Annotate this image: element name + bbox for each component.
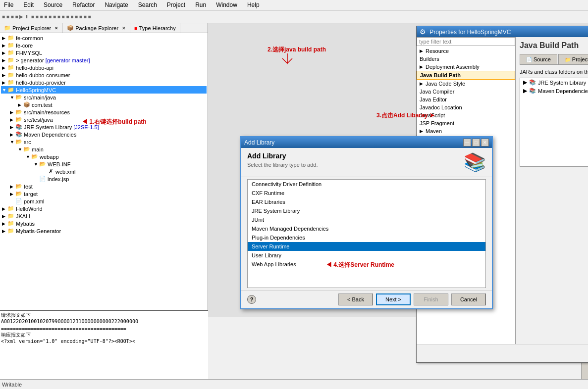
- tab-source[interactable]: 📄 Source: [520, 54, 557, 64]
- library-user-library[interactable]: User Library: [248, 251, 485, 260]
- console-response-label: 响应报文如下: [1, 332, 207, 339]
- package-explorer-icon: 📦: [67, 25, 74, 31]
- package-explorer-label: Package Explorer: [75, 25, 118, 31]
- tree-item-mybatis[interactable]: ▶ 📁 Mybatis: [1, 220, 207, 227]
- props-item-java-build-path[interactable]: Java Build Path: [417, 71, 515, 80]
- menu-project[interactable]: Project: [165, 1, 187, 9]
- tree-item-com-test[interactable]: ▶ 📦 com.test: [1, 101, 207, 108]
- menu-source[interactable]: Source: [42, 1, 64, 9]
- menu-file[interactable]: File: [2, 1, 15, 9]
- library-plugin-deps[interactable]: Plug-in Dependencies: [248, 233, 485, 242]
- tree-item-src-main-java[interactable]: ▼ 📂 src/main/java: [1, 94, 207, 101]
- tree-item-hello-dubbo-provider[interactable]: ▶ 📁 hello-dubbo-provider: [1, 79, 207, 86]
- dialog-minimize[interactable]: —: [463, 139, 471, 146]
- properties-titlebar: ⚙ Properties for HelloSpringMVC ◀ ▶ ▼: [417, 26, 588, 37]
- dialog-list[interactable]: Connectivity Driver Definition CXF Runti…: [247, 179, 486, 288]
- props-item-java-editor[interactable]: Java Editor: [417, 96, 515, 103]
- props-item-jsp[interactable]: JSP Fragment: [417, 119, 515, 127]
- library-connectivity-driver[interactable]: Connectivity Driver Definition: [248, 180, 485, 189]
- menu-search[interactable]: Search: [136, 1, 159, 9]
- panel-tabs: 📁 Project Explorer ✕ 📦 Package Explorer …: [0, 23, 208, 33]
- dialog-header-title: Add Library: [247, 152, 318, 160]
- left-panel: 📁 Project Explorer ✕ 📦 Package Explorer …: [0, 23, 208, 317]
- libraries-tree[interactable]: ▶ 📚 JRE System Library [J2SE-1.5] ▶ 📚 Ma…: [520, 78, 588, 167]
- dialog-back-button[interactable]: < Back: [338, 293, 373, 305]
- props-item-builders[interactable]: Builders: [417, 55, 515, 63]
- menu-help[interactable]: Help: [245, 1, 262, 9]
- status-text: Writable: [2, 382, 22, 388]
- dialog-close[interactable]: ✕: [481, 139, 489, 146]
- dialog-cancel-button[interactable]: Cancel: [451, 293, 486, 305]
- tab-projects[interactable]: 📁 Projects: [558, 54, 588, 64]
- menu-navigate[interactable]: Navigate: [103, 1, 130, 9]
- properties-main-title: Java Build Path: [520, 41, 588, 50]
- tree-item-maven-deps[interactable]: ▶ 📚 Maven Dependencies: [1, 131, 207, 138]
- tree-item-mybatis-generator[interactable]: ▶ 📁 Mybatis-Generator: [1, 227, 207, 235]
- lib-item-jre[interactable]: ▶ 📚 JRE System Library [J2SE-1.5]: [520, 78, 588, 87]
- menu-run[interactable]: Run: [193, 1, 208, 9]
- add-library-dialog: Add Library — □ ✕ Add Library Select the…: [240, 136, 493, 309]
- properties-title: ⚙ Properties for HelloSpringMVC: [420, 28, 511, 36]
- tree-item-jre-library[interactable]: ▶ 📚 JRE System Library [J2SE-1.5]: [1, 123, 207, 131]
- library-maven-managed[interactable]: Maven Managed Dependencies: [248, 224, 485, 233]
- tree-item-src-main-resources[interactable]: ▶ 📂 src/main/resources: [1, 108, 207, 116]
- tree-item-src[interactable]: ▼ 📂 src: [1, 138, 207, 146]
- properties-filter[interactable]: [417, 37, 515, 46]
- dialog-finish-button[interactable]: Finish: [414, 293, 448, 305]
- console-response-line: <?xml version="1.0" encoding="UTF-8"?><R…: [1, 339, 207, 344]
- dialog-titlebar: Add Library — □ ✕: [241, 137, 492, 148]
- props-item-maven[interactable]: ▶Maven: [417, 127, 515, 135]
- tree-item-hellospringmvc[interactable]: ▼ 📁 HelloSpringMVC: [1, 86, 207, 94]
- console-request-line: A001220201001020799000012310000000000222…: [1, 319, 207, 324]
- console-request-label: 请求报文如下: [1, 312, 207, 319]
- props-item-java-compiler[interactable]: Java Compiler: [417, 88, 515, 96]
- tab-package-explorer[interactable]: 📦 Package Explorer ✕: [63, 23, 130, 33]
- dialog-next-button[interactable]: Next >: [376, 293, 411, 305]
- menu-window[interactable]: Window: [214, 1, 239, 9]
- tree-item-fe-common[interactable]: ▶ 📁 fe-common: [1, 34, 207, 42]
- tree-item-hello-dubbo-api[interactable]: ▶ 📁 hello-dubbo-api: [1, 64, 207, 71]
- tree-item-main[interactable]: ▼ 📂 main: [1, 146, 207, 153]
- tree-item-indexjsp[interactable]: 📄 index.jsp: [1, 175, 207, 183]
- props-item-resource[interactable]: ▶Resource: [417, 47, 515, 55]
- tree-item-webxml[interactable]: ✗ web.xml: [1, 168, 207, 175]
- project-explorer-close[interactable]: ✕: [54, 26, 58, 31]
- toolbar: ■ ■ ■ ■ ▶ ⏸ ■ ■ ■ ■ ■ ■ ■ ■ ■ ■ ■ ■ ■ ■: [0, 10, 588, 23]
- library-cxf-runtime[interactable]: CXF Runtime: [248, 189, 485, 197]
- project-tree[interactable]: ▶ 📁 fe-common ▶ 📁 fe-core ▶ 📁 FHMYSQL: [0, 33, 208, 317]
- project-explorer-icon: 📁: [4, 25, 11, 31]
- props-item-java-code-style[interactable]: ▶Java Code Style: [417, 80, 515, 88]
- tree-item-webapp[interactable]: ▼ 📂 webapp: [1, 153, 207, 160]
- dialog-buttons: < Back Next > Finish Cancel: [338, 293, 486, 305]
- library-ear-libraries[interactable]: EAR Libraries: [248, 197, 485, 206]
- library-jre-system[interactable]: JRE System Library: [248, 206, 485, 215]
- tree-item-jkall[interactable]: ▶ 📁 JKALL: [1, 212, 207, 220]
- dialog-maximize[interactable]: □: [472, 139, 480, 146]
- tree-item-fhmysql[interactable]: ▶ 📁 FHMYSQL: [1, 49, 207, 56]
- props-item-deployment[interactable]: ▶Deployment Assembly: [417, 63, 515, 71]
- menu-edit[interactable]: Edit: [21, 1, 36, 9]
- tree-item-helloworld[interactable]: ▶ 📁 HelloWorld: [1, 205, 207, 212]
- library-junit[interactable]: JUnit: [248, 215, 485, 224]
- tree-item-test[interactable]: ▶ 📂 test: [1, 183, 207, 190]
- menu-refactor[interactable]: Refactor: [70, 1, 97, 9]
- lib-item-maven[interactable]: ▶ 📚 Maven Dependencies: [520, 87, 588, 95]
- package-explorer-close[interactable]: ✕: [122, 26, 126, 31]
- library-server-runtime[interactable]: Server Runtime: [248, 242, 485, 251]
- tab-project-explorer[interactable]: 📁 Project Explorer ✕: [0, 23, 63, 33]
- dialog-header-desc: Select the library type to add.: [247, 162, 318, 168]
- props-item-javascript[interactable]: JavaScript: [417, 111, 515, 119]
- tab-type-hierarchy[interactable]: ■ Type Hierarchy: [130, 23, 180, 33]
- tree-item-generator[interactable]: ▶ 📁 > generator [generator master]: [1, 56, 207, 64]
- tree-item-pomxml[interactable]: 📄 pom.xml: [1, 197, 207, 205]
- tree-item-fe-core[interactable]: ▶ 📁 fe-core: [1, 42, 207, 49]
- tree-item-target[interactable]: ▶ 📂 target: [1, 190, 207, 197]
- properties-tabs: 📄 Source 📁 Projects 📚 Libraries: [520, 54, 588, 65]
- console-area: 请求报文如下 A00122020100102079900001231000000…: [0, 310, 208, 379]
- tree-item-src-test-java[interactable]: ▶ 📂 src/test/java: [1, 116, 207, 123]
- dialog-help[interactable]: ?: [247, 295, 256, 304]
- props-item-javadoc[interactable]: Javadoc Location: [417, 103, 515, 111]
- tree-item-hello-dubbo-consumer[interactable]: ▶ 📁 hello-dubbo-consumer: [1, 71, 207, 79]
- library-web-app[interactable]: Web App Libraries: [248, 260, 485, 269]
- tree-item-webinf[interactable]: ▼ 📂 WEB-INF: [1, 160, 207, 168]
